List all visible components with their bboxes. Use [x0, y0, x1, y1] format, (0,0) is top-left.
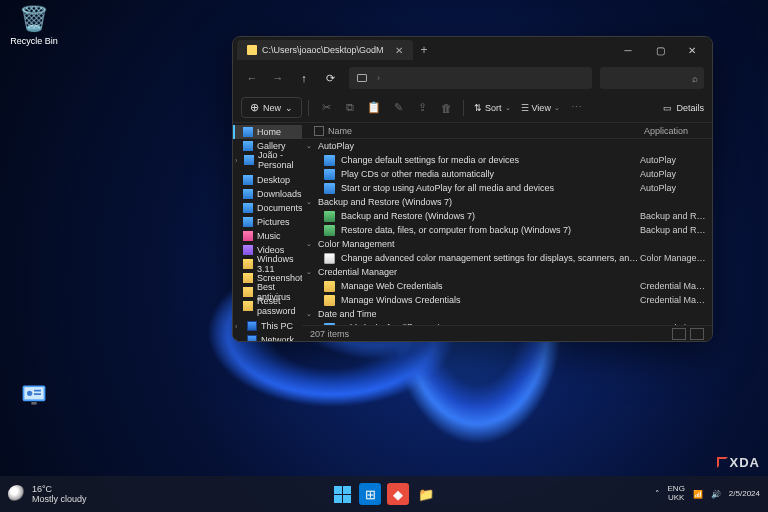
- taskbar-app-store[interactable]: ⊞: [359, 483, 381, 505]
- more-button[interactable]: ⋯: [566, 97, 588, 119]
- group-header[interactable]: ⌄Credential Manager: [302, 265, 712, 279]
- sidebar-item-this-pc[interactable]: ›This PC: [233, 319, 302, 333]
- item-icon: [324, 211, 335, 222]
- details-pane-button[interactable]: ▭ Details: [663, 103, 704, 113]
- sidebar-item-label: Music: [257, 231, 281, 241]
- sort-menu[interactable]: ⇅Sort⌄: [470, 103, 515, 113]
- pc-icon: [357, 74, 367, 82]
- item-count: 207 items: [310, 329, 349, 339]
- maximize-button[interactable]: ▢: [644, 45, 676, 56]
- group-header[interactable]: ⌄Backup and Restore (Windows 7): [302, 195, 712, 209]
- sidebar-item-label: Downloads: [257, 189, 302, 199]
- sidebar-item-jo-o-personal[interactable]: ›João - Personal: [233, 153, 302, 167]
- folder-icon: [243, 273, 253, 283]
- group-name: Date and Time: [318, 309, 377, 319]
- folder-icon: [243, 203, 253, 213]
- list-item[interactable]: Backup and Restore (Windows 7)Backup and…: [302, 209, 712, 223]
- desktop-icon-label: Recycle Bin: [6, 36, 62, 46]
- volume-icon[interactable]: 🔊: [711, 490, 721, 499]
- list-item[interactable]: Restore data, files, or computer from ba…: [302, 223, 712, 237]
- chevron-down-icon: ⌄: [285, 103, 293, 113]
- list-item[interactable]: Change advanced color management setting…: [302, 251, 712, 265]
- sidebar-item-documents[interactable]: Documents: [233, 201, 302, 215]
- column-description[interactable]: Application: [644, 126, 712, 136]
- delete-button[interactable]: 🗑: [435, 97, 457, 119]
- item-icon: [324, 169, 335, 180]
- file-list[interactable]: ⌄AutoPlayChange default settings for med…: [302, 139, 712, 325]
- sidebar-item-desktop[interactable]: Desktop: [233, 173, 302, 187]
- sidebar-item-label: Windows 3.11: [257, 254, 298, 274]
- item-description: Credential Manager: [640, 295, 708, 305]
- weather-widget[interactable]: 16°C Mostly cloudy: [8, 484, 87, 504]
- status-bar: 207 items: [302, 325, 712, 341]
- sidebar-item-label: Home: [257, 127, 281, 137]
- sidebar-item-label: Network: [261, 335, 294, 341]
- recycle-bin-icon: 🗑️: [19, 4, 49, 34]
- item-description: Credential Manager: [640, 281, 708, 291]
- sidebar-item-music[interactable]: Music: [233, 229, 302, 243]
- main-pane: Name Application ⌄AutoPlayChange default…: [302, 123, 712, 341]
- sidebar-item-downloads[interactable]: Downloads: [233, 187, 302, 201]
- search-box[interactable]: ⌕: [600, 67, 704, 89]
- view-menu[interactable]: ☰View⌄: [517, 103, 564, 113]
- group-header[interactable]: ⌄Date and Time: [302, 307, 712, 321]
- list-item[interactable]: Play CDs or other media automaticallyAut…: [302, 167, 712, 181]
- taskbar[interactable]: 16°C Mostly cloudy ⊞ ◆ 📁 ˄ ENG UKK 📶 🔊 2…: [0, 476, 768, 512]
- folder-icon: [243, 245, 253, 255]
- toolbar: ⊕ New ⌄ ✂ ⧉ 📋 ✎ ⇪ 🗑 ⇅Sort⌄ ☰View⌄ ⋯ ▭ De…: [233, 93, 712, 123]
- forward-button[interactable]: →: [267, 67, 289, 89]
- group-header[interactable]: ⌄AutoPlay: [302, 139, 712, 153]
- refresh-button[interactable]: ⟳: [319, 67, 341, 89]
- taskbar-app-explorer[interactable]: 📁: [415, 483, 437, 505]
- watermark-xda: XDA: [717, 455, 760, 470]
- clock[interactable]: 2/5/2024: [729, 490, 760, 499]
- column-name[interactable]: Name: [328, 126, 352, 136]
- language-indicator[interactable]: ENG UKK: [668, 485, 685, 503]
- column-headers[interactable]: Name Application: [302, 123, 712, 139]
- item-name: Manage Windows Credentials: [341, 295, 640, 305]
- folder-icon: [247, 321, 257, 331]
- copy-button[interactable]: ⧉: [339, 97, 361, 119]
- minimize-button[interactable]: ─: [612, 45, 644, 56]
- view-mode-tiles[interactable]: [690, 328, 704, 340]
- new-button[interactable]: ⊕ New ⌄: [241, 97, 302, 118]
- new-tab-button[interactable]: +: [421, 43, 428, 57]
- share-button[interactable]: ⇪: [411, 97, 433, 119]
- folder-icon: [247, 45, 257, 55]
- group-name: AutoPlay: [318, 141, 354, 151]
- desktop-icon-recycle-bin[interactable]: 🗑️ Recycle Bin: [6, 4, 62, 46]
- sidebar-item-network[interactable]: ›Network: [233, 333, 302, 341]
- cut-button[interactable]: ✂: [315, 97, 337, 119]
- close-button[interactable]: ✕: [676, 45, 708, 56]
- item-name: Change default settings for media or dev…: [341, 155, 640, 165]
- wifi-icon[interactable]: 📶: [693, 490, 703, 499]
- group-header[interactable]: ⌄Color Management: [302, 237, 712, 251]
- sidebar-item-reset-password[interactable]: Reset password: [233, 299, 302, 313]
- rename-button[interactable]: ✎: [387, 97, 409, 119]
- taskbar-app-browser[interactable]: ◆: [387, 483, 409, 505]
- list-item[interactable]: Manage Windows CredentialsCredential Man…: [302, 293, 712, 307]
- list-item[interactable]: Start or stop using AutoPlay for all med…: [302, 181, 712, 195]
- paste-button[interactable]: 📋: [363, 97, 385, 119]
- address-bar[interactable]: ›: [349, 67, 592, 89]
- start-button[interactable]: [331, 483, 353, 505]
- back-button[interactable]: ←: [241, 67, 263, 89]
- list-item[interactable]: Change default settings for media or dev…: [302, 153, 712, 167]
- up-button[interactable]: ↑: [293, 67, 315, 89]
- tab-title: C:\Users\joaoc\Desktop\GodM: [262, 45, 384, 55]
- view-mode-details[interactable]: [672, 328, 686, 340]
- item-name: Manage Web Credentials: [341, 281, 640, 291]
- sidebar-item-pictures[interactable]: Pictures: [233, 215, 302, 229]
- system-tray: ˄ ENG UKK 📶 🔊 2/5/2024: [655, 485, 760, 503]
- tray-overflow[interactable]: ˄: [655, 489, 660, 499]
- sidebar-item-home[interactable]: Home: [233, 125, 302, 139]
- close-tab-icon[interactable]: ✕: [395, 45, 403, 56]
- sidebar: HomeGallery›João - PersonalDesktopDownlo…: [233, 123, 302, 341]
- control-panel-icon: [19, 380, 49, 410]
- list-item[interactable]: Manage Web CredentialsCredential Manager: [302, 279, 712, 293]
- desktop-icon-control-panel[interactable]: [6, 380, 62, 412]
- sidebar-item-windows-3-11[interactable]: Windows 3.11: [233, 257, 302, 271]
- item-name: Restore data, files, or computer from ba…: [341, 225, 640, 235]
- item-description: AutoPlay: [640, 169, 708, 179]
- window-tab[interactable]: C:\Users\joaoc\Desktop\GodM ✕: [237, 40, 413, 60]
